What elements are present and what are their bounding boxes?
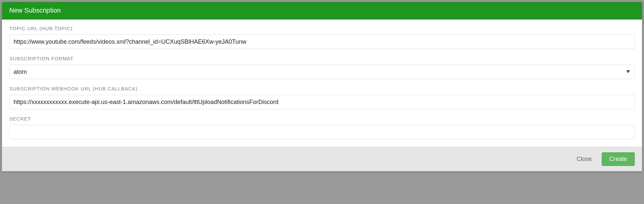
subscription-format-select-wrapper: atom bbox=[9, 65, 635, 79]
modal-title: New Subscription bbox=[9, 7, 61, 14]
modal-body: TOPIC URL (HUB.TOPIC) SUBSCRIPTION FORMA… bbox=[2, 20, 642, 147]
webhook-url-label: SUBSCRIPTION WEBHOOK URL (HUB.CALLBACK) bbox=[9, 86, 635, 91]
modal-header: New Subscription bbox=[2, 2, 642, 20]
topic-url-label: TOPIC URL (HUB.TOPIC) bbox=[9, 26, 635, 31]
subscription-format-label: SUBSCRIPTION FORMAT bbox=[9, 56, 635, 61]
close-button[interactable]: Close bbox=[572, 152, 596, 166]
secret-group: SECRET bbox=[9, 116, 635, 139]
webhook-url-group: SUBSCRIPTION WEBHOOK URL (HUB.CALLBACK) bbox=[9, 86, 635, 109]
topic-url-group: TOPIC URL (HUB.TOPIC) bbox=[9, 26, 635, 49]
create-button[interactable]: Create bbox=[602, 152, 635, 166]
subscription-format-group: SUBSCRIPTION FORMAT atom bbox=[9, 56, 635, 79]
new-subscription-modal: New Subscription TOPIC URL (HUB.TOPIC) S… bbox=[2, 2, 642, 171]
subscription-format-select[interactable]: atom bbox=[9, 65, 635, 79]
secret-label: SECRET bbox=[9, 116, 635, 122]
secret-input[interactable] bbox=[9, 125, 635, 139]
topic-url-input[interactable] bbox=[9, 34, 635, 49]
modal-footer: Close Create bbox=[2, 147, 642, 171]
webhook-url-input[interactable] bbox=[9, 95, 635, 109]
